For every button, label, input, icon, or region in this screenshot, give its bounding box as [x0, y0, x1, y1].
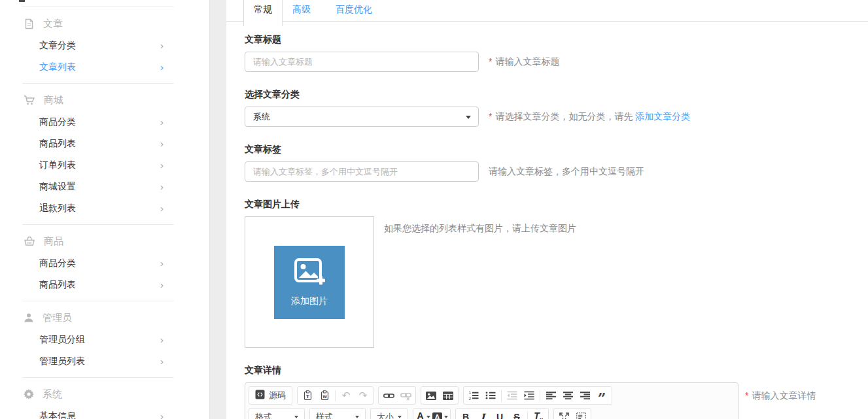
- cart-icon: [24, 95, 35, 106]
- sidebar-item-label: 商品列表: [39, 279, 76, 291]
- text-color-icon[interactable]: A: [415, 409, 432, 419]
- toolbar-separator: [527, 412, 528, 419]
- table-icon[interactable]: [440, 388, 457, 403]
- italic-icon[interactable]: I: [474, 409, 491, 419]
- background-color-icon[interactable]: A: [432, 409, 449, 419]
- undo-icon[interactable]: ↶: [338, 388, 355, 403]
- numbered-list-icon[interactable]: 12: [465, 388, 482, 403]
- field-article-image: 文章图片上传: [245, 199, 868, 348]
- sidebar-item-label: 商城设置: [39, 181, 76, 193]
- bold-icon[interactable]: B: [457, 409, 474, 419]
- maximize-icon[interactable]: [555, 409, 572, 419]
- style-combo[interactable]: 样式: [309, 408, 366, 419]
- sidebar-group-label: 商城: [44, 94, 63, 107]
- sidebar-item-admin-list[interactable]: 管理员列表 ›: [0, 350, 209, 372]
- sidebar-group-admin[interactable]: 管理员: [0, 307, 209, 329]
- sidebar-scrollbar-track[interactable]: [209, 0, 226, 419]
- sidebar-item-basic-info[interactable]: 基本信息 ›: [0, 405, 209, 419]
- tab-bar: 常规 高级 百度优化: [226, 0, 868, 22]
- article-tags-input[interactable]: [245, 161, 479, 182]
- category-select[interactable]: 系统: [245, 107, 479, 127]
- sidebar-item-goods-categories[interactable]: 商品分类 ›: [0, 111, 209, 133]
- tab-baidu-seo[interactable]: 百度优化: [326, 0, 382, 21]
- align-right-icon[interactable]: [576, 388, 593, 403]
- toolbar-separator: [501, 390, 502, 401]
- sidebar-section-product: 商品 商品分类 › 商品列表 ›: [0, 225, 209, 301]
- field-hint: 请输入文章标签，多个用中文逗号隔开: [489, 166, 644, 178]
- chevron-right-icon: ›: [160, 160, 164, 170]
- required-mark: *: [489, 56, 492, 67]
- chevron-right-icon: ›: [160, 203, 164, 213]
- toolbar-separator: [540, 390, 540, 401]
- select-arrow-icon: [466, 116, 471, 119]
- sidebar-item-label: 退款列表: [39, 203, 76, 214]
- strikethrough-icon[interactable]: S: [508, 409, 525, 419]
- format-combo-label: 格式: [255, 411, 272, 419]
- tab-general[interactable]: 常规: [243, 0, 283, 26]
- gear-icon: [24, 389, 34, 399]
- remove-format-icon[interactable]: Tx: [530, 409, 547, 419]
- toolbar-group-clipboard: T W ↶ ↷: [297, 386, 373, 405]
- chevron-right-icon: ›: [160, 411, 164, 419]
- field-article-title: 文章标题 *请输入文章标题: [245, 34, 868, 72]
- paste-word-icon[interactable]: W: [316, 388, 333, 403]
- field-label: 文章标题: [245, 34, 868, 46]
- outdent-icon[interactable]: [504, 388, 521, 403]
- field-hint: *请输入文章详情: [745, 390, 816, 402]
- show-blocks-icon[interactable]: [572, 409, 589, 419]
- required-mark: *: [745, 390, 748, 401]
- toolbar-group-link: [378, 386, 416, 405]
- sidebar-item-order-list[interactable]: 订单列表 ›: [0, 154, 209, 176]
- sidebar-group-mall[interactable]: 商城: [0, 89, 209, 111]
- article-form: 文章标题 *请输入文章标题 选择文章分类 系统 *请选择: [226, 22, 868, 419]
- toolbar-group-insert: [421, 386, 459, 405]
- sidebar-item-article-list[interactable]: 文章列表 ›: [0, 56, 209, 78]
- sidebar-item-article-categories[interactable]: 文章分类 ›: [0, 35, 209, 56]
- add-category-link[interactable]: 添加文章分类: [635, 111, 690, 122]
- sidebar-item-label: 管理员列表: [39, 356, 85, 367]
- sidebar-item-label: 商品列表: [39, 138, 76, 150]
- sidebar-item-product-categories[interactable]: 商品分类 ›: [0, 252, 209, 274]
- rich-text-editor: 源码 T W ↶: [245, 382, 738, 419]
- indent-icon[interactable]: [521, 388, 538, 403]
- blockquote-icon[interactable]: ”: [593, 388, 610, 403]
- article-icon: [24, 18, 35, 29]
- image-icon[interactable]: [423, 388, 440, 403]
- chevron-right-icon: ›: [160, 182, 164, 192]
- size-combo-label: 大小: [377, 411, 394, 419]
- image-upload-dropzone[interactable]: 添加图片: [245, 216, 374, 348]
- redo-icon[interactable]: ↷: [355, 388, 372, 403]
- sidebar-item-product-list[interactable]: 商品列表 ›: [0, 274, 209, 295]
- sidebar-item-label: 管理员分组: [39, 334, 85, 346]
- sidebar-group-product[interactable]: 商品: [0, 230, 209, 252]
- caret-down-icon: [355, 416, 359, 418]
- chevron-right-icon: ›: [160, 62, 164, 72]
- align-center-icon[interactable]: [559, 388, 576, 403]
- toolbar-group-colors: A A: [413, 408, 451, 419]
- source-button[interactable]: 源码: [251, 388, 290, 403]
- category-select-value: 系统: [253, 111, 270, 123]
- underline-icon[interactable]: U: [491, 409, 508, 419]
- field-label: 文章详情: [245, 365, 868, 377]
- chevron-right-icon: ›: [160, 41, 164, 50]
- sidebar-item-mall-settings[interactable]: 商城设置 ›: [0, 176, 209, 197]
- article-title-input[interactable]: [245, 52, 479, 72]
- size-combo[interactable]: 大小: [370, 408, 408, 419]
- add-image-button[interactable]: 添加图片: [274, 246, 345, 319]
- paste-text-icon[interactable]: T: [299, 388, 316, 403]
- format-combo[interactable]: 格式: [249, 408, 305, 419]
- sidebar-group-article[interactable]: 文章: [0, 12, 209, 35]
- svg-text:1: 1: [469, 391, 472, 395]
- sidebar-item-refund-list[interactable]: 退款列表 ›: [0, 197, 209, 219]
- tab-advanced[interactable]: 高级: [283, 0, 321, 21]
- toolbar-group-paragraph: 12: [463, 386, 612, 405]
- align-left-icon[interactable]: [542, 388, 559, 403]
- link-icon[interactable]: [380, 388, 397, 403]
- unlink-icon[interactable]: [397, 388, 414, 403]
- sidebar-item-goods-list[interactable]: 商品列表 ›: [0, 133, 209, 154]
- bulleted-list-icon[interactable]: [482, 388, 499, 403]
- sidebar-item-admin-groups[interactable]: 管理员分组 ›: [0, 329, 209, 350]
- sidebar-item-label: 订单列表: [39, 159, 76, 171]
- sidebar-item-label: 基本信息: [39, 411, 76, 419]
- sidebar-group-system[interactable]: 系统: [0, 383, 209, 405]
